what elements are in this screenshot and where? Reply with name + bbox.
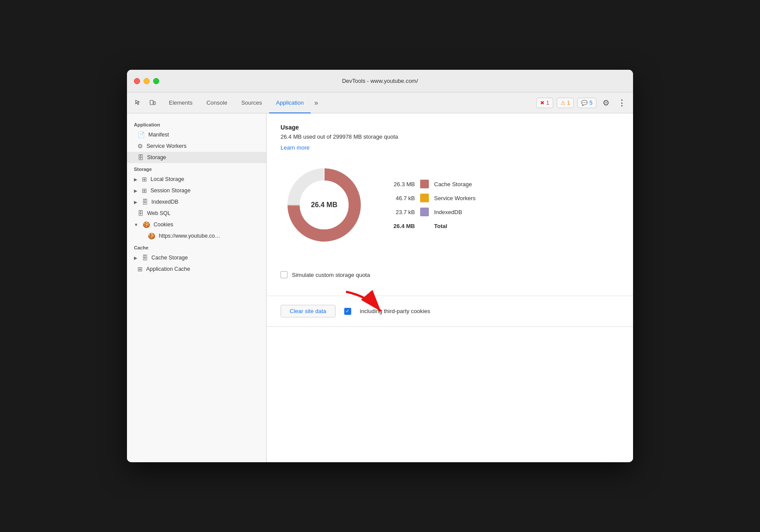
- chart-area: 26.4 MB 26.3 MB Cache Storage 46.7 kB Se…: [281, 161, 619, 249]
- legend: 26.3 MB Cache Storage 46.7 kB Service Wo…: [389, 180, 476, 230]
- legend-color-sw: [420, 194, 429, 202]
- manifest-icon: 📄: [137, 131, 145, 138]
- indexeddb-icon: 🗄: [142, 198, 148, 205]
- svg-rect-0: [150, 100, 153, 105]
- third-party-cookies-checkbox[interactable]: [344, 308, 351, 315]
- sidebar-item-web-sql[interactable]: 🗄 Web SQL: [127, 208, 266, 219]
- sidebar-item-storage[interactable]: 🗄 Storage: [127, 152, 266, 163]
- simulate-quota-row: Simulate custom storage quota: [281, 271, 619, 278]
- settings-button[interactable]: ⚙: [600, 97, 612, 109]
- more-tabs-button[interactable]: »: [311, 92, 322, 113]
- legend-label-idb: IndexedDB: [434, 209, 462, 215]
- warning-icon: ⚠: [561, 100, 565, 106]
- legend-value-total: 26.4 MB: [389, 223, 415, 229]
- toolbar: Elements Console Sources Application » ✖…: [127, 92, 633, 113]
- options-section: Simulate custom storage quota: [281, 263, 619, 296]
- sidebar-item-cookies[interactable]: ▼ 🍪 Cookies: [127, 219, 266, 230]
- error-badge[interactable]: ✖ 1: [536, 98, 553, 108]
- tab-application[interactable]: Application: [269, 93, 311, 113]
- expand-arrow-session-storage: ▶: [134, 188, 137, 193]
- legend-color-total: [420, 222, 429, 230]
- sidebar-item-cookies-label: Cookies: [154, 222, 173, 228]
- sidebar-item-session-storage-label: Session Storage: [151, 188, 191, 194]
- sidebar-item-service-workers-label: Service Workers: [147, 143, 186, 149]
- tab-console[interactable]: Console: [199, 93, 234, 113]
- sidebar-item-web-sql-label: Web SQL: [147, 210, 171, 216]
- sidebar-item-indexeddb-label: IndexedDB: [151, 199, 178, 205]
- sidebar-item-cookies-url-label: https://www.youtube.co…: [159, 233, 220, 239]
- service-workers-icon: ⚙: [137, 143, 143, 150]
- sidebar-item-cache-storage[interactable]: ▶ 🗄 Cache Storage: [127, 252, 266, 263]
- inspect-element-button[interactable]: [132, 97, 144, 109]
- separator-2: [267, 326, 633, 327]
- session-storage-icon: ⊞: [142, 187, 147, 194]
- sidebar-item-cache-storage-label: Cache Storage: [151, 255, 188, 261]
- sidebar-item-application-cache-label: Application Cache: [146, 266, 190, 272]
- usage-title: Usage: [281, 124, 619, 131]
- legend-item-cache: 26.3 MB Cache Storage: [389, 180, 476, 188]
- simulate-quota-checkbox[interactable]: [281, 271, 288, 278]
- minimize-button[interactable]: [144, 78, 150, 84]
- toolbar-icons: [132, 97, 158, 109]
- sidebar-item-cookies-url[interactable]: 🍪 https://www.youtube.co…: [127, 230, 266, 242]
- learn-more-link[interactable]: Learn more: [281, 144, 309, 151]
- sidebar-item-manifest[interactable]: 📄 Manifest: [127, 129, 266, 140]
- sidebar-item-session-storage[interactable]: ▶ ⊞ Session Storage: [127, 185, 266, 196]
- donut-center-label: 26.4 MB: [311, 201, 337, 209]
- traffic-lights: [134, 78, 159, 84]
- expand-arrow-cookies: ▼: [134, 222, 138, 227]
- more-options-button[interactable]: ⋮: [616, 97, 628, 109]
- sidebar-item-manifest-label: Manifest: [148, 132, 169, 138]
- bottom-section: Clear site data including third-party co…: [281, 296, 619, 326]
- legend-label-cache: Cache Storage: [434, 181, 472, 188]
- cache-storage-icon: 🗄: [142, 254, 148, 261]
- message-count: 5: [589, 100, 592, 106]
- tab-elements[interactable]: Elements: [162, 93, 199, 113]
- sidebar-item-indexeddb[interactable]: ▶ 🗄 IndexedDB: [127, 196, 266, 208]
- usage-description: 26.4 MB used out of 299978 MB storage qu…: [281, 133, 619, 140]
- maximize-button[interactable]: [153, 78, 159, 84]
- legend-label-sw: Service Workers: [434, 195, 476, 201]
- error-count: 1: [546, 100, 549, 106]
- sidebar: Application 📄 Manifest ⚙ Service Workers…: [127, 113, 267, 462]
- legend-item-total: 26.4 MB Total: [389, 222, 476, 230]
- legend-item-idb: 23.7 kB IndexedDB: [389, 208, 476, 216]
- third-party-cookies-label: including third-party cookies: [360, 308, 430, 314]
- expand-arrow-indexeddb: ▶: [134, 200, 137, 205]
- toolbar-tabs: Elements Console Sources Application »: [162, 92, 536, 113]
- warning-badge[interactable]: ⚠ 1: [557, 98, 574, 108]
- legend-color-cache: [420, 180, 429, 188]
- close-button[interactable]: [134, 78, 140, 84]
- error-icon: ✖: [540, 100, 544, 106]
- sidebar-item-local-storage[interactable]: ▶ ⊞ Local Storage: [127, 174, 266, 185]
- sidebar-item-service-workers[interactable]: ⚙ Service Workers: [127, 140, 266, 152]
- application-cache-icon: ⊞: [137, 266, 143, 273]
- content-panel: Usage 26.4 MB used out of 299978 MB stor…: [267, 113, 633, 462]
- web-sql-icon: 🗄: [137, 210, 144, 217]
- titlebar: DevTools - www.youtube.com/: [127, 70, 633, 92]
- sidebar-item-storage-label: Storage: [147, 154, 166, 160]
- message-badge[interactable]: 💬 5: [577, 98, 596, 108]
- sidebar-item-application-cache[interactable]: ⊞ Application Cache: [127, 263, 266, 275]
- toolbar-right: ✖ 1 ⚠ 1 💬 5 ⚙ ⋮: [536, 97, 628, 109]
- tab-sources[interactable]: Sources: [234, 93, 269, 113]
- donut-chart: 26.4 MB: [281, 161, 368, 249]
- sidebar-section-storage: Storage: [127, 163, 266, 174]
- legend-value-cache: 26.3 MB: [389, 181, 415, 188]
- simulate-quota-label: Simulate custom storage quota: [292, 272, 370, 278]
- sidebar-section-cache: Cache: [127, 242, 266, 252]
- cookies-url-icon: 🍪: [148, 232, 155, 239]
- legend-item-sw: 46.7 kB Service Workers: [389, 194, 476, 202]
- warning-count: 1: [567, 100, 570, 106]
- main-area: Application 📄 Manifest ⚙ Service Workers…: [127, 113, 633, 462]
- message-icon: 💬: [581, 100, 588, 106]
- bottom-section-inner: Clear site data including third-party co…: [281, 296, 619, 326]
- device-toolbar-button[interactable]: [146, 97, 158, 109]
- legend-value-sw: 46.7 kB: [389, 195, 415, 201]
- devtools-window: DevTools - www.youtube.com/ Elements Con…: [127, 70, 633, 462]
- legend-label-total: Total: [434, 223, 447, 229]
- sidebar-item-local-storage-label: Local Storage: [151, 176, 184, 182]
- clear-site-data-button[interactable]: Clear site data: [281, 305, 335, 317]
- storage-icon: 🗄: [137, 154, 144, 161]
- legend-color-idb: [420, 208, 429, 216]
